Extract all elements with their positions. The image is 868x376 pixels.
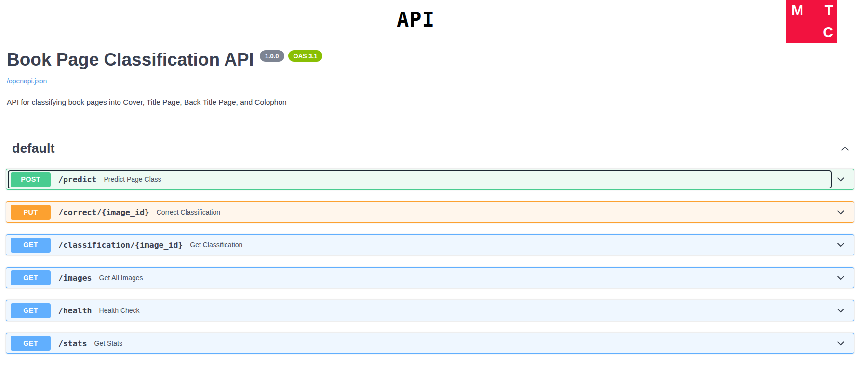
operation-path: /images: [58, 273, 92, 282]
operation-row[interactable]: GET /classification/{image_id} Get Class…: [6, 234, 854, 255]
api-title-row: Book Page Classification API 1.0.0 OAS 3…: [6, 49, 854, 70]
api-info-block: Book Page Classification API 1.0.0 OAS 3…: [6, 49, 854, 107]
operation-description: Predict Page Class: [104, 175, 161, 183]
mtc-logo: M T C: [786, 0, 837, 43]
operation-summary[interactable]: GET /stats Get Stats: [8, 334, 832, 352]
operation-summary[interactable]: GET /classification/{image_id} Get Class…: [8, 236, 832, 254]
mtc-logo-letter-t: T: [825, 2, 833, 18]
section-header-default[interactable]: default: [6, 141, 854, 162]
openapi-spec-link[interactable]: /openapi.json: [6, 77, 47, 85]
section-default: default POST /predict Predict Page Class…: [6, 141, 854, 354]
chevron-down-icon[interactable]: [832, 272, 850, 284]
operation-summary[interactable]: GET /images Get All Images: [8, 269, 832, 287]
mtc-logo-letter-c: C: [823, 24, 833, 40]
version-badge: 1.0.0: [260, 50, 284, 62]
chevron-down-icon[interactable]: [832, 239, 850, 251]
swagger-content: Book Page Classification API 1.0.0 OAS 3…: [6, 49, 854, 354]
operation-description: Get Stats: [94, 339, 122, 347]
mtc-logo-letter-m: M: [791, 2, 803, 18]
method-badge: PUT: [11, 205, 51, 220]
operation-row[interactable]: GET /stats Get Stats: [6, 333, 854, 354]
section-title: default: [6, 141, 55, 156]
chevron-down-icon[interactable]: [832, 174, 850, 186]
operation-summary[interactable]: PUT /correct/{image_id} Correct Classifi…: [8, 203, 832, 221]
operation-path: /stats: [58, 339, 87, 348]
chevron-down-icon[interactable]: [832, 305, 850, 317]
chevron-down-icon[interactable]: [832, 337, 850, 349]
operation-path: /correct/{image_id}: [58, 208, 149, 217]
method-badge: GET: [11, 336, 51, 351]
app-header: API M T C: [0, 0, 868, 44]
operation-row[interactable]: PUT /correct/{image_id} Correct Classifi…: [6, 201, 854, 223]
chevron-down-icon[interactable]: [832, 206, 850, 218]
api-description: API for classifying book pages into Cove…: [6, 98, 854, 107]
operation-path: /predict: [58, 175, 96, 184]
method-badge: GET: [11, 270, 51, 285]
operation-description: Get Classification: [190, 241, 242, 249]
operation-description: Get All Images: [99, 274, 143, 282]
operation-path: /health: [58, 306, 92, 315]
method-badge: POST: [11, 172, 51, 187]
operation-row[interactable]: POST /predict Predict Page Class: [6, 169, 854, 190]
mtc-logo-top-row: M T: [786, 0, 837, 18]
operation-description: Correct Classification: [157, 208, 220, 216]
method-badge: GET: [11, 303, 51, 318]
page-title: API: [0, 8, 850, 31]
chevron-up-icon[interactable]: [839, 143, 851, 155]
operations-list: POST /predict Predict Page Class PUT /co…: [6, 169, 854, 354]
operation-description: Health Check: [99, 307, 140, 314]
operation-row[interactable]: GET /images Get All Images: [6, 267, 854, 288]
operation-summary[interactable]: GET /health Health Check: [8, 301, 832, 320]
operation-path: /classification/{image_id}: [58, 241, 183, 250]
mtc-logo-bottom-row: C: [786, 18, 837, 40]
oas-badge: OAS 3.1: [288, 50, 323, 62]
operation-summary[interactable]: POST /predict Predict Page Class: [8, 170, 832, 188]
api-title: Book Page Classification API: [7, 49, 254, 70]
operation-row[interactable]: GET /health Health Check: [6, 300, 854, 321]
method-badge: GET: [11, 238, 51, 253]
